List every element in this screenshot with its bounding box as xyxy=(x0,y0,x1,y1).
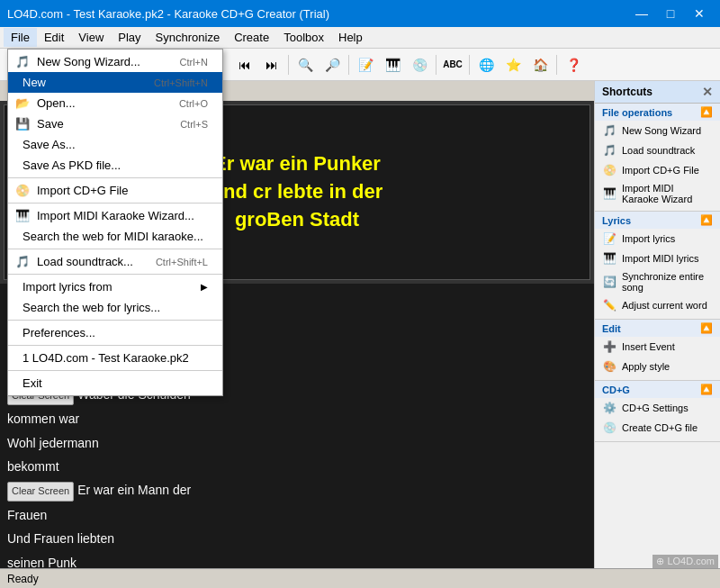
toolbar-help[interactable]: ❓ xyxy=(561,52,586,77)
lyrics-label: Lyrics xyxy=(602,215,631,226)
shortcut-sync-song[interactable]: 🔄 Synchronize entire song xyxy=(595,268,720,295)
list-item: Und Frauen liebten xyxy=(7,527,587,550)
apply-style-icon: 🎨 xyxy=(602,359,616,374)
preview-text: Er war ein Punker und cr lebte in der gr… xyxy=(212,150,383,233)
toolbar-ff[interactable]: ⏭ xyxy=(259,52,284,77)
toolbar-sep-7 xyxy=(556,55,557,75)
shortcut-import-midi-lyrics-label: Import MIDI lyrics xyxy=(622,253,699,264)
new-song-wizard-menu-label: New Song Wizard... xyxy=(37,55,140,68)
dropdown-save[interactable]: 💾 Save Ctrl+S xyxy=(8,113,222,134)
dropdown-import-midi-wizard[interactable]: 🎹 Import MIDI Karaoke Wizard... xyxy=(8,205,222,226)
shortcut-import-cdg-label: Import CD+G File xyxy=(622,165,699,176)
create-cdg-icon: 💿 xyxy=(602,421,616,435)
shortcut-adjust-word[interactable]: ✏️ Adjust current word xyxy=(595,295,720,315)
title-bar-controls: — □ ✕ xyxy=(628,0,713,27)
new-song-wizard-menu-icon: 🎵 xyxy=(15,55,30,68)
dropdown-search-lyrics[interactable]: Search the web for lyrics... xyxy=(8,297,222,318)
import-cdg-menu-label: Import CD+G File xyxy=(37,184,129,197)
shortcut-import-midi[interactable]: 🎹 Import MIDI Karaoke Wizard xyxy=(595,180,720,207)
dropdown-open[interactable]: 📂 Open... Ctrl+O xyxy=(8,93,222,113)
shortcut-create-cdg[interactable]: 💿 Create CD+G file xyxy=(595,418,720,438)
collapse-icon-edit: 🔼 xyxy=(700,322,713,334)
dropdown-sep-2 xyxy=(8,203,222,204)
dropdown-import-lyrics-from[interactable]: Import lyrics from ▶ xyxy=(8,276,222,297)
shortcut-load-soundtrack[interactable]: 🎵 Load soundtrack xyxy=(595,140,720,160)
toolbar-lyrics[interactable]: 📝 xyxy=(353,52,378,77)
dropdown-recent-file[interactable]: 1 LO4D.com - Test Karaoke.pk2 xyxy=(8,348,222,368)
shortcut-import-midi-label: Import MIDI Karaoke Wizard xyxy=(622,183,713,204)
menu-synchronize[interactable]: Synchronize xyxy=(148,28,228,47)
toolbar-cdg[interactable]: 💿 xyxy=(407,52,432,77)
import-midi-lyrics-icon: 🎹 xyxy=(602,251,616,266)
import-cdg-menu-icon: 📀 xyxy=(15,184,30,197)
menu-edit[interactable]: Edit xyxy=(37,28,71,47)
toolbar-extra3[interactable]: 🏠 xyxy=(527,52,553,77)
menu-view[interactable]: View xyxy=(71,28,111,47)
toolbar-extra1[interactable]: 🌐 xyxy=(473,52,499,77)
save-label: Save xyxy=(37,117,64,131)
recent-file-label: 1 LO4D.com - Test Karaoke.pk2 xyxy=(22,351,189,365)
exit-label: Exit xyxy=(22,376,42,390)
toolbar-extra2[interactable]: ⭐ xyxy=(500,52,526,77)
menu-create[interactable]: Create xyxy=(227,28,276,47)
cdg-header[interactable]: CD+G 🔼 xyxy=(595,381,720,398)
shortcut-import-lyrics[interactable]: 📝 Import lyrics xyxy=(595,229,720,249)
cdg-label: CD+G xyxy=(602,384,630,395)
title-bar-title: LO4D.com - Test Karaoke.pk2 - Karaoke CD… xyxy=(7,7,329,21)
dropdown-exit[interactable]: Exit xyxy=(8,373,222,394)
shortcuts-header: Shortcuts ✕ xyxy=(595,81,720,104)
shortcut-adjust-word-label: Adjust current word xyxy=(622,300,707,311)
toolbar-zoom2[interactable]: 🔎 xyxy=(320,52,345,77)
close-button[interactable]: ✕ xyxy=(686,0,713,27)
toolbar-rewind[interactable]: ⏮ xyxy=(232,52,257,77)
preview-line3: groBen Stadt xyxy=(212,206,383,234)
shortcut-insert-event[interactable]: ➕ Insert Event xyxy=(595,337,720,357)
shortcut-cdg-settings[interactable]: ⚙️ CD+G Settings xyxy=(595,398,720,418)
dropdown-sep-5 xyxy=(8,320,222,321)
shortcut-import-midi-lyrics[interactable]: 🎹 Import MIDI lyrics xyxy=(595,249,720,268)
dropdown-save-as[interactable]: Save As... xyxy=(8,134,222,155)
shortcut-insert-event-label: Insert Event xyxy=(622,341,675,352)
open-shortcut: Ctrl+O xyxy=(179,98,208,109)
toolbar-midi[interactable]: 🎹 xyxy=(380,52,405,77)
toolbar-abc[interactable]: ABC xyxy=(440,52,465,77)
dropdown-new[interactable]: New Ctrl+Shift+N xyxy=(8,72,222,93)
menu-play[interactable]: Play xyxy=(111,28,148,47)
list-item: Clear Screen Er war ein Mann der xyxy=(7,478,587,503)
lyrics-header[interactable]: Lyrics 🔼 xyxy=(595,212,720,229)
menu-toolbox[interactable]: Toolbox xyxy=(276,28,331,47)
file-operations-header[interactable]: File operations 🔼 xyxy=(595,104,720,121)
dropdown-import-cdg[interactable]: 📀 Import CD+G File xyxy=(8,180,222,201)
list-item: Wohl jedermann xyxy=(7,431,587,455)
import-lyrics-icon: 📝 xyxy=(602,231,616,246)
dropdown-sep-4 xyxy=(8,274,222,275)
shortcuts-close-button[interactable]: ✕ xyxy=(702,85,713,99)
cdg-settings-icon: ⚙️ xyxy=(602,401,616,415)
preview-line2: und cr lebte in der xyxy=(212,178,383,206)
load-soundtrack-menu-icon: 🎵 xyxy=(15,255,30,268)
load-soundtrack-icon: 🎵 xyxy=(602,143,616,158)
shortcut-apply-style[interactable]: 🎨 Apply style xyxy=(595,357,720,376)
title-bar: LO4D.com - Test Karaoke.pk2 - Karaoke CD… xyxy=(0,0,720,27)
dropdown-search-midi[interactable]: Search the web for MIDI karaoke... xyxy=(8,226,222,247)
adjust-word-icon: ✏️ xyxy=(602,298,616,312)
import-midi-wizard-icon: 🎹 xyxy=(15,209,30,222)
dropdown-new-song-wizard[interactable]: 🎵 New Song Wizard... Ctrl+N xyxy=(8,51,222,72)
menu-help[interactable]: Help xyxy=(331,28,370,47)
dropdown-load-soundtrack[interactable]: 🎵 Load soundtrack... Ctrl+Shift+L xyxy=(8,251,222,272)
edit-header[interactable]: Edit 🔼 xyxy=(595,320,720,337)
toolbar-zoom[interactable]: 🔍 xyxy=(292,52,318,77)
open-icon: 📂 xyxy=(15,96,30,110)
shortcut-new-song-wizard[interactable]: 🎵 New Song Wizard xyxy=(595,121,720,140)
sync-song-icon: 🔄 xyxy=(602,275,616,289)
file-operations-section: File operations 🔼 🎵 New Song Wizard 🎵 Lo… xyxy=(595,104,720,212)
menu-file[interactable]: File xyxy=(4,28,37,47)
minimize-button[interactable]: — xyxy=(628,0,655,27)
maximize-button[interactable]: □ xyxy=(657,0,684,27)
dropdown-save-pkd[interactable]: Save As PKD file... xyxy=(8,155,222,176)
list-item: bekommt xyxy=(7,455,587,478)
status-text: Ready xyxy=(7,573,39,585)
collapse-icon: 🔼 xyxy=(700,106,713,118)
dropdown-preferences[interactable]: Preferences... xyxy=(8,322,222,343)
shortcut-import-cdg[interactable]: 📀 Import CD+G File xyxy=(595,160,720,180)
